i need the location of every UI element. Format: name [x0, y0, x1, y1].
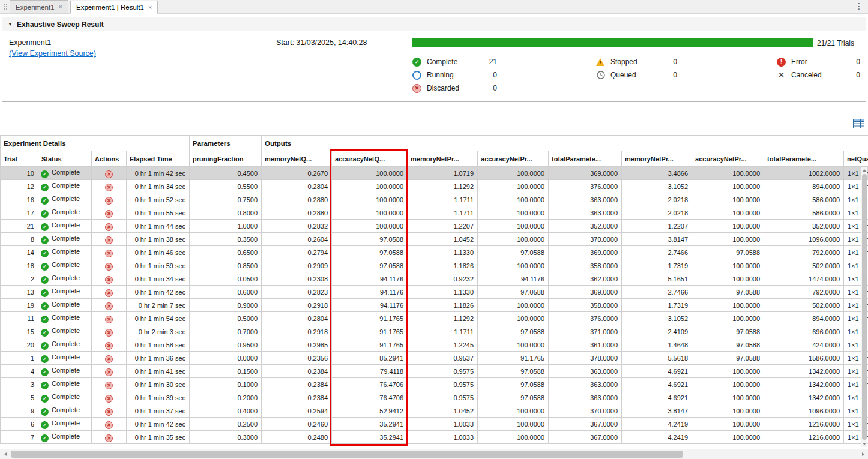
discard-trial-button[interactable]: ✕: [105, 421, 113, 429]
column-header-netqua[interactable]: netQua...: [844, 151, 868, 167]
trial-row-2[interactable]: 2✓Complete✕0 hr 1 min 34 sec0.05000.2308…: [1, 272, 868, 286]
counter-label: Error: [791, 58, 856, 66]
status-cell: ✓Complete: [38, 272, 92, 286]
vertical-scrollbar[interactable]: [861, 167, 867, 447]
scroll-right-arrow[interactable]: [858, 449, 868, 459]
value-cell: 97.0588: [692, 352, 764, 365]
column-header-accuracynetq[interactable]: accuracyNetQ...: [332, 151, 408, 167]
column-header-trial[interactable]: Trial: [1, 151, 38, 167]
tab-experiment1-result1[interactable]: Experiment1 | Result1 ×: [70, 1, 158, 14]
value-cell: 94.1176: [478, 272, 549, 286]
complete-icon: ✓: [41, 236, 49, 244]
scroll-down-arrow[interactable]: [861, 440, 867, 447]
horizontal-scrollbar[interactable]: [0, 449, 868, 459]
value-cell: 1.1330: [408, 286, 478, 299]
scroll-left-arrow[interactable]: [0, 449, 10, 459]
discard-trial-button[interactable]: ✕: [105, 263, 113, 271]
trial-row-18[interactable]: 18✓Complete✕0 hr 1 min 59 sec0.85000.290…: [1, 259, 868, 272]
close-icon[interactable]: ×: [59, 4, 62, 10]
column-header-accuracynetpr[interactable]: accuracyNetPr...: [692, 151, 764, 167]
trial-row-15[interactable]: 15✓Complete✕0 hr 2 min 3 sec0.70000.2918…: [1, 325, 868, 338]
status-cell: ✓Complete: [38, 365, 92, 378]
trial-row-14[interactable]: 14✓Complete✕0 hr 1 min 46 sec0.65000.279…: [1, 246, 868, 259]
trial-row-7[interactable]: 7✓Complete✕0 hr 1 min 35 sec0.30000.2480…: [1, 431, 868, 444]
value-cell: 0.2460: [262, 418, 332, 431]
discard-trial-button[interactable]: ✕: [105, 382, 113, 389]
column-header-memorynetq[interactable]: memoryNetQ...: [262, 151, 332, 167]
column-header-totalparamete[interactable]: totalParamete...: [764, 151, 844, 167]
discard-trial-button[interactable]: ✕: [105, 395, 113, 403]
value-cell: 4.2419: [622, 431, 692, 444]
trial-row-10[interactable]: 10✓Complete✕0 hr 1 min 42 sec0.45000.267…: [1, 167, 868, 180]
discard-trial-button[interactable]: ✕: [105, 342, 113, 350]
discard-trial-button[interactable]: ✕: [105, 289, 113, 297]
panel-header[interactable]: ▼ Exhaustive Sweep Result: [2, 17, 866, 31]
column-header-actions[interactable]: Actions: [92, 151, 127, 167]
group-header-outputs: Outputs: [262, 136, 868, 151]
trial-row-11[interactable]: 11✓Complete✕0 hr 1 min 54 sec0.50000.280…: [1, 312, 868, 325]
column-header-elapsed-time[interactable]: Elapsed Time: [127, 151, 190, 167]
column-header-accuracynetpr[interactable]: accuracyNetPr...: [478, 151, 549, 167]
trial-row-13[interactable]: 13✓Complete✕0 hr 1 min 42 sec0.60000.282…: [1, 286, 868, 299]
vertical-scroll-thumb[interactable]: [862, 174, 867, 440]
discard-trial-button[interactable]: ✕: [105, 197, 113, 205]
overflow-menu-icon[interactable]: ⋮: [850, 1, 868, 13]
trial-row-21[interactable]: 21✓Complete✕0 hr 1 min 44 sec1.00000.283…: [1, 220, 868, 233]
column-header-totalparamete[interactable]: totalParamete...: [549, 151, 622, 167]
close-icon[interactable]: ×: [148, 4, 152, 11]
export-table-button[interactable]: [851, 116, 866, 131]
value-cell: 352.0000: [764, 220, 844, 233]
trial-row-12[interactable]: 12✓Complete✕0 hr 1 min 34 sec0.55000.280…: [1, 180, 868, 193]
trial-row-16[interactable]: 16✓Complete✕0 hr 1 min 52 sec0.75000.288…: [1, 193, 868, 206]
column-header-pruningfraction[interactable]: pruningFraction: [190, 151, 262, 167]
discard-trial-button[interactable]: ✕: [105, 276, 113, 284]
discard-trial-button[interactable]: ✕: [105, 170, 113, 178]
discard-trial-button[interactable]: ✕: [105, 250, 113, 257]
trial-row-20[interactable]: 20✓Complete✕0 hr 1 min 58 sec0.95000.298…: [1, 338, 868, 352]
trial-row-6[interactable]: 6✓Complete✕0 hr 1 min 42 sec0.25000.2460…: [1, 418, 868, 431]
trial-row-17[interactable]: 17✓Complete✕0 hr 1 min 55 sec0.80000.288…: [1, 206, 868, 220]
value-cell: 2.0218: [622, 193, 692, 206]
status-cell: ✓Complete: [38, 206, 92, 220]
value-cell: 1096.0000: [764, 404, 844, 418]
collapse-caret-icon[interactable]: ▼: [8, 22, 13, 27]
value-cell: 0.2000: [190, 391, 262, 404]
actions-cell: ✕: [92, 299, 127, 312]
tab-experiment1[interactable]: Experiment1 ×: [10, 0, 68, 13]
discard-trial-button[interactable]: ✕: [105, 223, 113, 231]
discard-trial-button[interactable]: ✕: [105, 302, 113, 310]
counter-count: 0: [856, 71, 860, 79]
discard-trial-button[interactable]: ✕: [105, 316, 113, 323]
trial-row-8[interactable]: 8✓Complete✕0 hr 1 min 38 sec0.35000.2604…: [1, 233, 868, 246]
discard-trial-button[interactable]: ✕: [105, 434, 113, 442]
actions-cell: ✕: [92, 338, 127, 352]
elapsed-time: 0 hr 1 min 39 sec: [127, 391, 190, 404]
column-header-memorynetpr[interactable]: memoryNetPr...: [408, 151, 478, 167]
value-cell: 85.2941: [332, 352, 408, 365]
discard-trial-button[interactable]: ✕: [105, 184, 113, 191]
trial-row-19[interactable]: 19✓Complete✕0 hr 2 min 7 sec0.90000.2918…: [1, 299, 868, 312]
complete-icon: ✓: [41, 197, 49, 205]
discard-trial-button[interactable]: ✕: [105, 355, 113, 363]
column-header-status[interactable]: Status: [38, 151, 92, 167]
discard-trial-button[interactable]: ✕: [105, 210, 113, 218]
discard-trial-button[interactable]: ✕: [105, 329, 113, 337]
discard-trial-button[interactable]: ✕: [105, 236, 113, 244]
view-experiment-source-link[interactable]: (View Experiment Source): [9, 49, 96, 58]
value-cell: 97.0588: [692, 246, 764, 259]
value-cell: 376.0000: [549, 312, 622, 325]
trial-row-4[interactable]: 4✓Complete✕0 hr 1 min 41 sec0.15000.2384…: [1, 365, 868, 378]
value-cell: 0.7500: [190, 193, 262, 206]
trial-row-1[interactable]: 1✓Complete✕0 hr 1 min 36 sec0.00000.2356…: [1, 352, 868, 365]
value-cell: 370.0000: [549, 404, 622, 418]
tab-grip-icon[interactable]: [0, 0, 10, 13]
discard-trial-button[interactable]: ✕: [105, 368, 113, 376]
trial-row-9[interactable]: 9✓Complete✕0 hr 1 min 37 sec0.40000.2594…: [1, 404, 868, 418]
column-header-memorynetpr[interactable]: memoryNetPr...: [622, 151, 692, 167]
scroll-up-arrow[interactable]: [861, 167, 867, 173]
trial-number: 18: [1, 259, 38, 272]
horizontal-scroll-thumb[interactable]: [11, 451, 683, 458]
discard-trial-button[interactable]: ✕: [105, 408, 113, 416]
trial-row-3[interactable]: 3✓Complete✕0 hr 1 min 30 sec0.10000.2384…: [1, 378, 868, 391]
trial-row-5[interactable]: 5✓Complete✕0 hr 1 min 39 sec0.20000.2384…: [1, 391, 868, 404]
